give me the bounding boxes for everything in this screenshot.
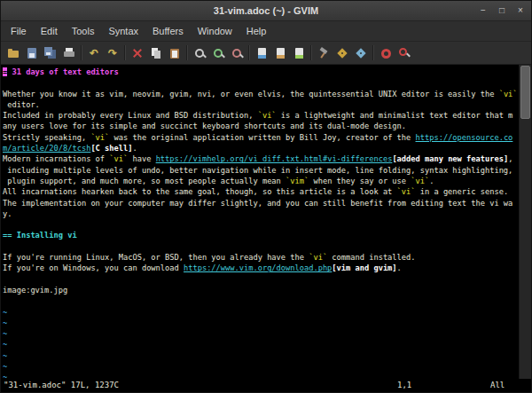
tag-jump-icon: [355, 47, 367, 59]
scrollbar-thumb[interactable]: [520, 66, 530, 119]
editor-line: = 31 days of text editors: [3, 67, 519, 77]
run-script-icon: [293, 47, 305, 59]
toolbar-separator: [372, 45, 374, 60]
editor-text-area[interactable]: = 31 days of text editorsWhether you kno…: [1, 65, 519, 379]
window-title: 31-vim.adoc (~) - GVIM: [214, 5, 318, 16]
editor-line: [3, 274, 519, 285]
tilde-line: ~: [3, 372, 519, 379]
editor-line: Whether you know it as vim, neovim, gvim…: [3, 89, 519, 99]
help-icon: [379, 47, 392, 59]
run-ctags-icon: [336, 47, 348, 59]
editor: = 31 days of text editorsWhether you kno…: [1, 65, 531, 392]
editor-line: [3, 219, 519, 230]
save-icon: [26, 47, 38, 59]
window-controls: − □ ×: [477, 1, 527, 20]
find-help-icon: [398, 47, 411, 59]
tilde-line: ~: [3, 328, 519, 339]
scrollbar[interactable]: [519, 65, 531, 379]
save-all-icon: [44, 47, 57, 59]
close-icon[interactable]: ×: [514, 4, 527, 17]
tilde-line: ~: [3, 339, 519, 350]
redo-button[interactable]: [104, 43, 121, 62]
help-button[interactable]: [377, 43, 395, 62]
menu-bar: FileEditToolsSyntaxBuffersWindowHelp: [1, 21, 531, 42]
editor-line: If you're on Windows, you can download h…: [3, 263, 519, 273]
find-prev-button[interactable]: [228, 43, 246, 62]
save-all-button[interactable]: [42, 43, 59, 62]
undo-icon: [88, 47, 100, 59]
editor-line: [3, 241, 519, 252]
save-session-button[interactable]: [271, 43, 289, 62]
tilde-line: ~: [3, 361, 519, 372]
editor-line: Included in probably every Linux and BSD…: [3, 110, 519, 121]
toolbar-separator: [248, 45, 250, 60]
open-icon: [7, 47, 20, 59]
editor-line: any users love for its simple and succin…: [3, 121, 519, 131]
editor-line: image:gvim.jpg: [3, 285, 519, 295]
toolbar-separator: [81, 45, 82, 60]
find-next-icon: [212, 47, 224, 59]
tilde-line: ~: [3, 307, 519, 318]
ruler-position: 1,1: [397, 379, 411, 392]
save-session-icon: [274, 47, 286, 59]
gvim-window: 31-vim.adoc (~) - GVIM − □ × FileEditToo…: [0, 0, 532, 393]
menu-item-edit[interactable]: Edit: [34, 21, 65, 41]
title-bar[interactable]: 31-vim.adoc (~) - GVIM − □ ×: [1, 1, 531, 21]
paste-button[interactable]: [166, 43, 184, 62]
menu-item-tools[interactable]: Tools: [65, 21, 102, 41]
maximize-icon[interactable]: □: [496, 4, 508, 17]
menu-item-help[interactable]: Help: [239, 21, 274, 41]
command-line: "31-vim.adoc" 17L, 1237C 1,1 All: [1, 379, 531, 392]
undo-button[interactable]: [85, 43, 103, 62]
load-session-button[interactable]: [253, 43, 270, 62]
editor-line: Strictly speaking, `vi` was the original…: [3, 132, 519, 143]
run-script-button[interactable]: [290, 43, 308, 62]
menu-item-file[interactable]: File: [4, 21, 34, 41]
find-prev-icon: [231, 47, 243, 59]
make-button[interactable]: [315, 43, 332, 62]
menu-item-window[interactable]: Window: [191, 21, 239, 41]
toolbar-separator: [310, 45, 312, 60]
editor-line: y.: [3, 208, 519, 219]
file-info: "31-vim.adoc" 17L, 1237C: [4, 379, 119, 392]
print-button[interactable]: [60, 43, 78, 62]
editor-line: [3, 77, 519, 88]
menu-item-buffers[interactable]: Buffers: [145, 21, 191, 41]
copy-button[interactable]: [147, 43, 165, 62]
tag-jump-button[interactable]: [352, 43, 370, 62]
find-help-button[interactable]: [395, 43, 413, 62]
menu-item-syntax[interactable]: Syntax: [101, 21, 145, 41]
open-button[interactable]: [4, 43, 22, 62]
editor-line: [3, 295, 519, 306]
redo-icon: [106, 47, 119, 59]
editor-line: Modern incarnations of `vi` have https:/…: [3, 153, 519, 164]
print-icon: [63, 47, 75, 59]
toolbar-separator: [186, 45, 188, 60]
run-ctags-button[interactable]: [333, 43, 351, 62]
scroll-position-indicator: All: [490, 379, 505, 392]
editor-line: == Installing vi: [3, 230, 519, 240]
save-button[interactable]: [23, 43, 41, 62]
load-session-icon: [255, 47, 268, 59]
find-replace-icon: [193, 47, 206, 59]
minimize-icon[interactable]: −: [477, 4, 489, 17]
toolbar: [1, 42, 531, 65]
cut-icon: [131, 47, 144, 59]
editor-line: m/article/20/8/tcsh[C shell].: [3, 143, 519, 153]
make-icon: [317, 47, 330, 59]
find-replace-button[interactable]: [191, 43, 208, 62]
cut-button[interactable]: [129, 43, 146, 62]
editor-line: plugin support, and much more, so most p…: [3, 176, 519, 186]
toolbar-separator: [124, 45, 126, 60]
editor-line: All incarnations hearken back to the sam…: [3, 186, 519, 197]
find-next-button[interactable]: [209, 43, 227, 62]
tilde-line: ~: [3, 318, 519, 328]
copy-icon: [150, 47, 162, 59]
editor-line: editor.: [3, 99, 519, 110]
paste-icon: [168, 47, 181, 59]
editor-line: If you're running Linux, MacOS, or BSD, …: [3, 252, 519, 263]
editor-line: including multiple levels of undo, bette…: [3, 165, 519, 176]
tilde-line: ~: [3, 350, 519, 361]
editor-line: The implementation on your computer may …: [3, 198, 519, 208]
